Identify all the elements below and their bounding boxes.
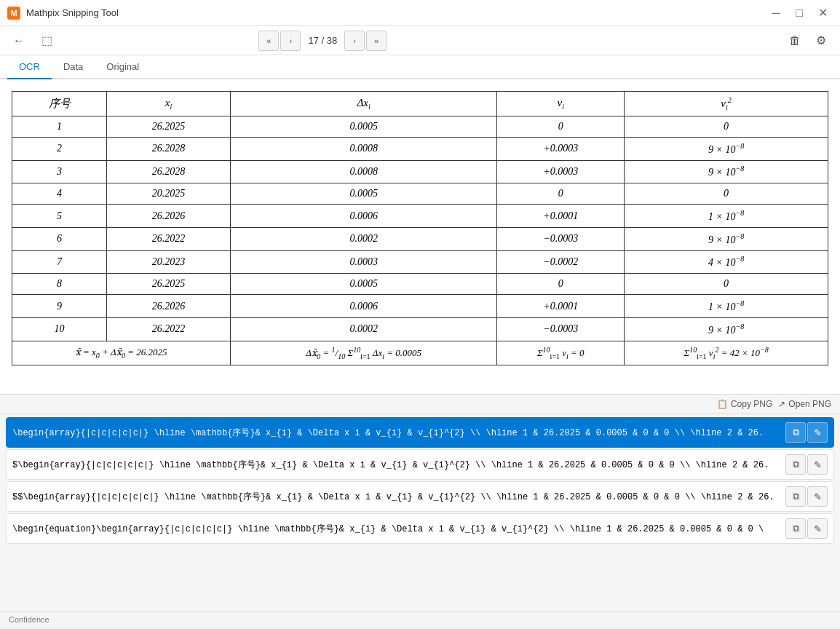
result-text: \begin{array}{|c|c|c|c|c|} \hline \mathb… bbox=[12, 427, 781, 439]
window-controls: ─ □ ✕ bbox=[766, 3, 833, 23]
trash-button[interactable]: 🗑 bbox=[783, 29, 807, 52]
tab-ocr[interactable]: OCR bbox=[7, 55, 52, 79]
nav-first-button[interactable]: « bbox=[258, 31, 279, 51]
tab-data[interactable]: Data bbox=[52, 55, 95, 79]
result-item[interactable]: $\begin{array}{|c|c|c|c|c|} \hline \math… bbox=[6, 449, 834, 480]
footer-col3: Σ10i=1 vi = 0 bbox=[497, 341, 625, 365]
copy-icon: 📋 bbox=[717, 399, 728, 409]
minimize-button[interactable]: ─ bbox=[766, 3, 786, 23]
result-copy-button[interactable]: ⧉ bbox=[785, 486, 806, 507]
cell-8-3: +0.0001 bbox=[497, 295, 625, 318]
result-edit-button[interactable]: ✎ bbox=[807, 518, 828, 539]
cell-0-2: 0.0005 bbox=[230, 116, 496, 138]
result-actions: ⧉✎ bbox=[785, 518, 828, 539]
result-actions: ⧉✎ bbox=[785, 422, 828, 443]
cell-3-4: 0 bbox=[625, 183, 828, 205]
cell-3-3: 0 bbox=[497, 183, 625, 205]
nav-next-button[interactable]: › bbox=[344, 31, 365, 51]
cell-2-0: 3 bbox=[12, 160, 107, 183]
table-row: 926.20260.0006+0.00011 × 10−8 bbox=[12, 295, 828, 318]
cell-0-4: 0 bbox=[625, 116, 828, 138]
cell-4-4: 1 × 10−8 bbox=[625, 205, 828, 228]
cell-6-0: 7 bbox=[12, 250, 107, 274]
copy-png-button[interactable]: 📋 Copy PNG bbox=[717, 399, 772, 409]
tab-original[interactable]: Original bbox=[95, 55, 151, 79]
cell-3-1: 20.2025 bbox=[107, 183, 231, 205]
cell-4-3: +0.0001 bbox=[497, 205, 625, 228]
tab-bar: OCR Data Original bbox=[0, 55, 840, 79]
table-row: 626.20220.0002−0.00039 × 10−8 bbox=[12, 227, 828, 250]
cell-7-4: 0 bbox=[625, 274, 828, 295]
table-row: 226.20280.0008+0.00039 × 10−8 bbox=[12, 138, 828, 161]
bottom-panel: 📋 Copy PNG ↗ Open PNG \begin{array}{|c|c… bbox=[0, 394, 840, 627]
result-copy-button[interactable]: ⧉ bbox=[785, 454, 806, 475]
cell-5-3: −0.0003 bbox=[497, 227, 625, 250]
result-text: $\begin{array}{|c|c|c|c|c|} \hline \math… bbox=[12, 459, 781, 471]
footer-col2: Δx̄0 = 1/10 Σ10i=1 Δxi = 0.0005 bbox=[230, 341, 496, 365]
toolbar: ← ⬚ « ‹ 17 / 38 › » 🗑 ⚙ bbox=[0, 26, 840, 55]
cell-5-0: 6 bbox=[12, 227, 107, 250]
cell-5-2: 0.0002 bbox=[230, 227, 496, 250]
nav-prev-button[interactable]: ‹ bbox=[280, 31, 301, 51]
result-edit-button[interactable]: ✎ bbox=[807, 422, 828, 443]
result-text: \begin{equation}\begin{array}{|c|c|c|c|c… bbox=[12, 523, 781, 535]
copy-open-bar: 📋 Copy PNG ↗ Open PNG bbox=[0, 395, 840, 414]
col-header-seq: 序号 bbox=[12, 92, 107, 116]
cell-7-0: 8 bbox=[12, 274, 107, 295]
cell-1-2: 0.0008 bbox=[230, 138, 496, 161]
table-row: 526.20260.0006+0.00011 × 10−8 bbox=[12, 205, 828, 228]
col-header-xi: xi bbox=[107, 92, 231, 116]
footer-col4: Σ10i=1 vi2 = 42 × 10−8 bbox=[625, 341, 828, 365]
app-title: Mathpix Snipping Tool bbox=[26, 7, 760, 18]
cell-5-1: 26.2022 bbox=[107, 227, 231, 250]
close-button[interactable]: ✕ bbox=[812, 3, 833, 23]
result-copy-button[interactable]: ⧉ bbox=[785, 422, 806, 443]
main-content: 序号 xi Δxi vi vi2 126.20250.000500226.202… bbox=[0, 79, 840, 394]
cell-4-0: 5 bbox=[12, 205, 107, 228]
result-item[interactable]: \begin{array}{|c|c|c|c|c|} \hline \mathb… bbox=[6, 417, 834, 448]
result-item[interactable]: $$\begin{array}{|c|c|c|c|c|} \hline \mat… bbox=[6, 481, 834, 512]
confidence-bar: Confidence bbox=[0, 612, 840, 627]
result-edit-button[interactable]: ✎ bbox=[807, 486, 828, 507]
col-header-vi: vi bbox=[497, 92, 625, 116]
result-edit-button[interactable]: ✎ bbox=[807, 454, 828, 475]
maximize-button[interactable]: □ bbox=[789, 3, 809, 23]
cell-9-2: 0.0002 bbox=[230, 317, 496, 341]
cell-1-0: 2 bbox=[12, 138, 107, 161]
col-header-vi2: vi2 bbox=[625, 92, 828, 116]
cell-8-1: 26.2026 bbox=[107, 295, 231, 318]
back-button[interactable]: ← bbox=[7, 29, 31, 52]
result-text: $$\begin{array}{|c|c|c|c|c|} \hline \mat… bbox=[12, 491, 781, 503]
cell-1-4: 9 × 10−8 bbox=[625, 138, 828, 161]
open-png-button[interactable]: ↗ Open PNG bbox=[778, 399, 831, 409]
cell-1-3: +0.0003 bbox=[497, 138, 625, 161]
table-row: 420.20250.000500 bbox=[12, 183, 828, 205]
monitor-button[interactable]: ⬚ bbox=[35, 29, 58, 52]
table-row: 826.20250.000500 bbox=[12, 274, 828, 295]
cell-6-1: 20.2023 bbox=[107, 250, 231, 274]
table-row: 326.20280.0008+0.00039 × 10−8 bbox=[12, 160, 828, 183]
app-icon: M bbox=[7, 7, 20, 20]
navigation-group: « ‹ 17 / 38 › » bbox=[258, 31, 387, 51]
svg-text:M: M bbox=[10, 9, 17, 17]
cell-5-4: 9 × 10−8 bbox=[625, 227, 828, 250]
cell-6-4: 4 × 10−8 bbox=[625, 250, 828, 274]
table-row: 126.20250.000500 bbox=[12, 116, 828, 138]
open-icon: ↗ bbox=[778, 399, 785, 409]
result-item[interactable]: \begin{equation}\begin{array}{|c|c|c|c|c… bbox=[6, 513, 834, 544]
cell-9-1: 26.2022 bbox=[107, 317, 231, 341]
footer-col1: x̄ = x0 + Δx̄0 = 26.2025 bbox=[12, 341, 231, 365]
cell-0-1: 26.2025 bbox=[107, 116, 231, 138]
confidence-label: Confidence bbox=[9, 615, 49, 624]
cell-3-0: 4 bbox=[12, 183, 107, 205]
open-png-label: Open PNG bbox=[788, 399, 831, 409]
settings-button[interactable]: ⚙ bbox=[809, 29, 833, 52]
cell-9-0: 10 bbox=[12, 317, 107, 341]
cell-7-3: 0 bbox=[497, 274, 625, 295]
result-copy-button[interactable]: ⧉ bbox=[785, 518, 806, 539]
cell-7-1: 26.2025 bbox=[107, 274, 231, 295]
table-row: 720.20230.0003−0.00024 × 10−8 bbox=[12, 250, 828, 274]
cell-9-4: 9 × 10−8 bbox=[625, 317, 828, 341]
table-row: 1026.20220.0002−0.00039 × 10−8 bbox=[12, 317, 828, 341]
nav-last-button[interactable]: » bbox=[366, 31, 387, 51]
